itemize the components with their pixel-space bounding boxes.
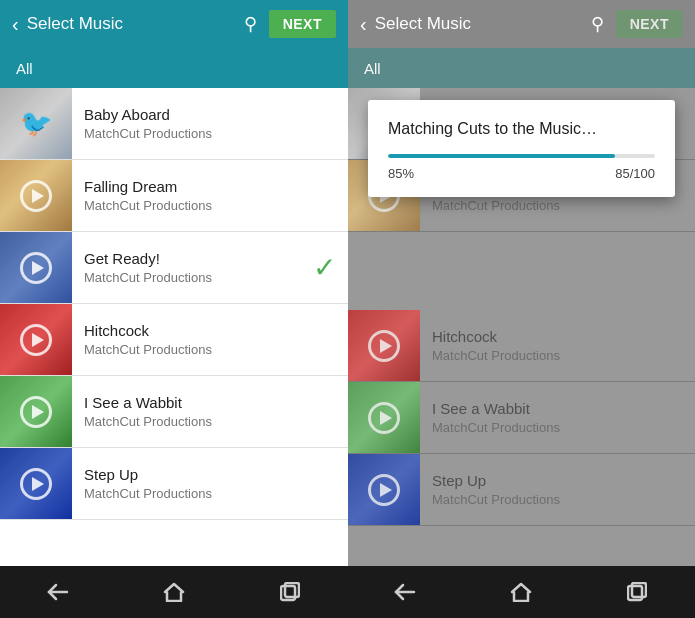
right-back-icon[interactable]: ‹: [360, 13, 367, 36]
music-title: Baby Aboard: [84, 106, 336, 123]
progress-dialog-title: Matching Cuts to the Music…: [388, 120, 655, 138]
left-all-header: All: [0, 48, 348, 88]
right-search-icon[interactable]: ⚲: [591, 13, 604, 35]
left-back-icon[interactable]: ‹: [12, 13, 19, 36]
left-screen-title: Select Music: [27, 14, 244, 34]
thumb-wabbit: [348, 382, 420, 454]
play-icon: [20, 252, 52, 284]
nav-recents-button[interactable]: [266, 568, 314, 616]
nav-recents-button-right[interactable]: [613, 568, 661, 616]
right-all-label: All: [364, 60, 381, 77]
music-artist: MatchCut Productions: [84, 198, 336, 213]
thumb-falling-dream: [0, 160, 72, 232]
list-item[interactable]: Hitchcock MatchCut Productions: [348, 310, 695, 382]
play-icon: [20, 396, 52, 428]
left-screen: ‹ Select Music ⚲ NEXT All 🐦 Baby Aboard …: [0, 0, 348, 566]
nav-back-button[interactable]: [34, 568, 82, 616]
thumb-stepup: [0, 448, 72, 520]
music-title: I See a Wabbit: [84, 394, 336, 411]
music-info-baby: Baby Aboard MatchCut Productions: [72, 106, 348, 141]
progress-dialog: Matching Cuts to the Music… 85% 85/100: [368, 100, 675, 197]
play-icon: [20, 180, 52, 212]
music-title: Hitchcock: [432, 328, 683, 345]
play-icon: [368, 474, 400, 506]
thumb-wabbit: [0, 376, 72, 448]
right-all-header: All: [348, 48, 695, 88]
bottom-navigation: [0, 566, 695, 618]
music-info-hitchcock: Hitchcock MatchCut Productions: [72, 322, 348, 357]
music-info-falling: Falling Dream MatchCut Productions: [72, 178, 348, 213]
music-artist: MatchCut Productions: [84, 342, 336, 357]
nav-back-button-right[interactable]: [381, 568, 429, 616]
play-icon: [20, 468, 52, 500]
music-title: Hitchcock: [84, 322, 336, 339]
list-item[interactable]: Falling Dream MatchCut Productions: [0, 160, 348, 232]
left-bottom-nav: [0, 568, 348, 616]
music-artist: MatchCut Productions: [432, 348, 683, 363]
thumb-hitchcock: [0, 304, 72, 376]
music-artist: MatchCut Productions: [84, 270, 301, 285]
progress-labels: 85% 85/100: [388, 166, 655, 181]
selected-checkmark-icon: ✓: [313, 251, 336, 284]
right-music-list-bottom: Hitchcock MatchCut Productions I See a W…: [348, 310, 695, 566]
music-title: I See a Wabbit: [432, 400, 683, 417]
nav-home-button-right[interactable]: [497, 568, 545, 616]
music-info-wabbit: I See a Wabbit MatchCut Productions: [72, 394, 348, 429]
right-screen-title: Select Music: [375, 14, 591, 34]
music-info-getready: Get Ready! MatchCut Productions: [72, 250, 313, 285]
list-item[interactable]: Hitchcock MatchCut Productions: [0, 304, 348, 376]
thumb-get-ready: [0, 232, 72, 304]
thumb-hitchcock: [348, 310, 420, 382]
nav-home-button[interactable]: [150, 568, 198, 616]
list-item[interactable]: I See a Wabbit MatchCut Productions: [348, 382, 695, 454]
svg-marker-1: [165, 584, 183, 601]
progress-bar-track: [388, 154, 655, 158]
left-next-button[interactable]: NEXT: [269, 10, 336, 38]
music-title: Step Up: [432, 472, 683, 489]
progress-bar-fill: [388, 154, 615, 158]
music-title: Get Ready!: [84, 250, 301, 267]
progress-percent: 85%: [388, 166, 414, 181]
play-icon: [368, 330, 400, 362]
music-artist: MatchCut Productions: [432, 420, 683, 435]
music-artist: MatchCut Productions: [84, 414, 336, 429]
list-item[interactable]: Step Up MatchCut Productions: [348, 454, 695, 526]
music-artist: MatchCut Productions: [84, 486, 336, 501]
left-music-list: 🐦 Baby Aboard MatchCut Productions: [0, 88, 348, 566]
list-item[interactable]: Get Ready! MatchCut Productions ✓: [0, 232, 348, 304]
list-item[interactable]: I See a Wabbit MatchCut Productions: [0, 376, 348, 448]
left-top-bar: ‹ Select Music ⚲ NEXT: [0, 0, 348, 48]
thumb-baby-aboard: 🐦: [0, 88, 72, 160]
list-item[interactable]: Step Up MatchCut Productions: [0, 448, 348, 520]
left-search-icon[interactable]: ⚲: [244, 13, 257, 35]
music-artist: MatchCut Productions: [84, 126, 336, 141]
play-icon: [368, 402, 400, 434]
svg-marker-5: [512, 584, 530, 601]
right-next-button[interactable]: NEXT: [616, 10, 683, 38]
music-info-stepup: Step Up MatchCut Productions: [72, 466, 348, 501]
list-item[interactable]: 🐦 Baby Aboard MatchCut Productions: [0, 88, 348, 160]
thumb-stepup: [348, 454, 420, 526]
play-icon: [20, 324, 52, 356]
music-title: Step Up: [84, 466, 336, 483]
progress-fraction: 85/100: [615, 166, 655, 181]
right-bottom-nav: [348, 568, 696, 616]
music-title: Falling Dream: [84, 178, 336, 195]
right-screen: ‹ Select Music ⚲ NEXT All 🐦 Baby Aboard …: [348, 0, 695, 566]
music-artist: MatchCut Productions: [432, 198, 683, 213]
left-all-label: All: [16, 60, 33, 77]
music-artist: MatchCut Productions: [432, 492, 683, 507]
right-top-bar: ‹ Select Music ⚲ NEXT: [348, 0, 695, 48]
